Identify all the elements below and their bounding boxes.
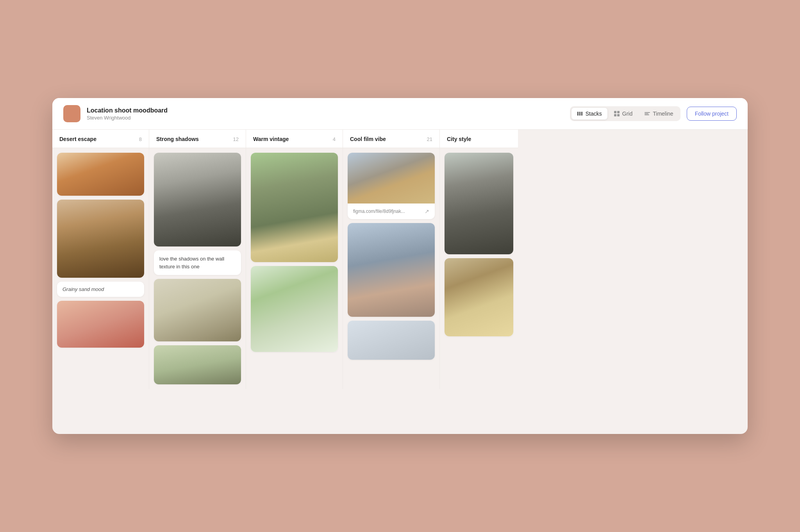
svg-rect-6 [617,114,620,116]
project-author: Steven Wrightwood [87,115,564,121]
svg-rect-0 [577,112,579,116]
card-desert-dunes[interactable] [57,153,144,196]
shadow-note-text: love the shadows on the wall texture in … [154,250,241,275]
timeline-icon [644,111,650,117]
card-city-street[interactable] [445,153,513,254]
card-grainy-sand-label[interactable]: Grainy sand mood [57,282,144,297]
tab-timeline[interactable]: Timeline [639,108,679,120]
column-count-warm-vintage: 4 [333,136,336,142]
card-rocks-water[interactable]: figma.com/file/8d9fjnak... ↗ [348,153,435,219]
column-cards-warm-vintage [246,148,343,357]
card-shadow-note[interactable]: love the shadows on the wall texture in … [154,250,241,275]
card-industrial[interactable] [348,223,435,317]
image-city-market [445,258,513,336]
column-header-city-style: City style [440,130,518,148]
card-shadow-person[interactable] [154,153,241,246]
image-city-street [445,153,513,254]
grid-icon [614,111,620,117]
grainy-sand-label: Grainy sand mood [57,282,144,297]
column-cards-desert-escape: Grainy sand mood [52,148,149,352]
column-title-city-style: City style [447,136,471,142]
column-cards-cool-film-vibe: figma.com/file/8d9fjnak... ↗ [343,148,439,364]
column-title-strong-shadows: Strong shadows [156,136,199,142]
tab-grid[interactable]: Grid [608,108,638,120]
column-title-warm-vintage: Warm vintage [253,136,289,142]
follow-project-button[interactable]: Follow project [687,107,737,121]
svg-rect-4 [617,111,620,113]
card-vintage-flowers[interactable] [251,266,338,352]
column-header-desert-escape: Desert escape 8 [52,130,149,148]
svg-rect-8 [645,113,648,114]
stacks-icon [577,111,583,117]
column-title-desert-escape: Desert escape [59,136,96,142]
image-shadow-trees [154,345,241,384]
app-window: Location shoot moodboard Steven Wrightwo… [52,98,748,434]
board: Desert escape 8 Grainy sand mood [52,130,748,389]
figma-link-text: figma.com/file/8d9fjnak... [353,209,405,214]
image-desert-dunes [57,153,144,196]
image-desert-pink [57,301,144,348]
image-rocks-water [348,153,435,204]
image-shadow-plant [154,279,241,341]
column-count-cool-film-vibe: 21 [427,136,432,142]
figma-link[interactable]: figma.com/file/8d9fjnak... ↗ [348,204,435,219]
card-city-market[interactable] [445,258,513,336]
card-desert-pink[interactable] [57,301,144,348]
column-cards-strong-shadows: love the shadows on the wall texture in … [149,148,246,389]
image-industrial [348,223,435,317]
column-count-strong-shadows: 12 [233,136,239,142]
image-desert-person [57,200,144,278]
column-cool-film-vibe: Cool film vibe 21 figma.com/file/8d9fjna… [343,130,440,389]
header: Location shoot moodboard Steven Wrightwo… [52,98,748,130]
column-warm-vintage: Warm vintage 4 [246,130,343,389]
svg-rect-5 [614,114,616,116]
svg-rect-7 [645,112,650,113]
card-snow-desert[interactable] [348,321,435,360]
column-count-desert-escape: 8 [139,136,142,142]
svg-rect-1 [579,112,580,116]
column-header-strong-shadows: Strong shadows 12 [149,130,246,148]
card-shadow-trees[interactable] [154,345,241,384]
image-vintage-car [251,153,338,262]
column-city-style: City style [440,130,518,389]
card-vintage-car[interactable] [251,153,338,262]
column-desert-escape: Desert escape 8 Grainy sand mood [52,130,149,389]
tab-stacks[interactable]: Stacks [571,108,607,120]
column-header-cool-film-vibe: Cool film vibe 21 [343,130,439,148]
view-tabs: Stacks Grid Timeline [570,106,680,121]
svg-rect-2 [581,112,582,116]
column-title-cool-film-vibe: Cool film vibe [350,136,386,142]
link-arrow-icon: ↗ [425,208,429,214]
column-cards-city-style [440,148,518,341]
svg-rect-3 [614,111,616,113]
image-snow-desert [348,321,435,360]
column-strong-shadows: Strong shadows 12 love the shadows on th… [149,130,246,389]
svg-rect-9 [645,114,649,115]
image-vintage-flowers [251,266,338,352]
image-shadow-person [154,153,241,246]
project-title: Location shoot moodboard [87,107,564,114]
card-desert-person[interactable] [57,200,144,278]
column-header-warm-vintage: Warm vintage 4 [246,130,343,148]
card-shadow-plant[interactable] [154,279,241,341]
project-info: Location shoot moodboard Steven Wrightwo… [87,107,564,121]
project-icon [63,105,80,122]
